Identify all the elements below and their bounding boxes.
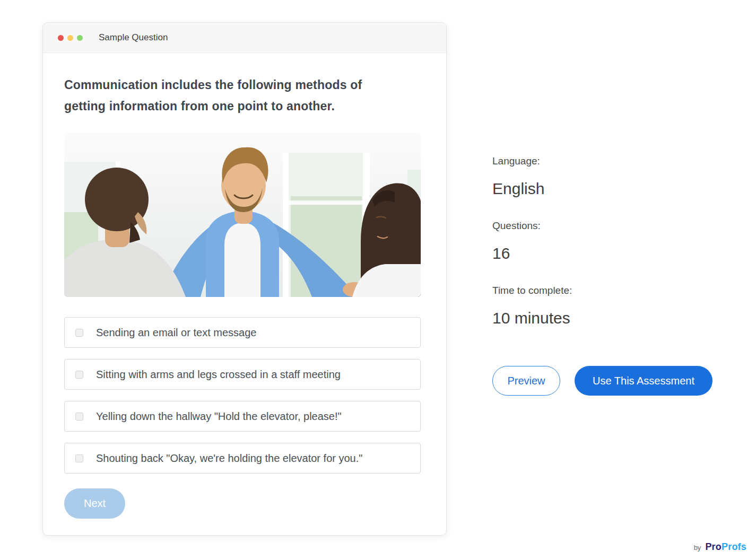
- preview-button[interactable]: Preview: [492, 366, 560, 396]
- option-label: Sending an email or text message: [96, 327, 256, 339]
- time-label: Time to complete:: [492, 285, 736, 296]
- option-checkbox[interactable]: [75, 454, 83, 462]
- proprofs-logo: ProProfs: [705, 541, 746, 553]
- question-photo: [64, 133, 421, 297]
- language-value: English: [492, 180, 736, 198]
- window-dot-yellow-icon: [67, 35, 73, 41]
- use-this-assessment-button[interactable]: Use This Assessment: [575, 366, 712, 396]
- window-titlebar: Sample Question: [43, 23, 446, 53]
- option-label: Yelling down the hallway "Hold the eleva…: [96, 410, 342, 423]
- answer-option-2[interactable]: Sitting with arms and legs crossed in a …: [64, 359, 421, 390]
- next-button[interactable]: Next: [64, 488, 125, 519]
- proprofs-logo-pro: Pro: [705, 541, 722, 552]
- answer-options: Sending an email or text message Sitting…: [64, 317, 425, 474]
- window-dot-red-icon: [58, 35, 64, 41]
- language-label: Language:: [492, 155, 736, 167]
- questions-block: Questions: 16: [492, 220, 736, 262]
- time-value: 10 minutes: [492, 309, 736, 327]
- by-label: by: [694, 544, 701, 552]
- option-checkbox[interactable]: [75, 329, 83, 337]
- proprofs-logo-profs: Profs: [722, 541, 746, 552]
- option-checkbox[interactable]: [75, 413, 83, 421]
- question-text: Communication includes the following met…: [64, 74, 393, 117]
- proprofs-brand: by ProProfs: [694, 541, 746, 553]
- window-title: Sample Question: [99, 32, 168, 43]
- question-card-body: Communication includes the following met…: [43, 53, 446, 519]
- language-block: Language: English: [492, 155, 736, 198]
- answer-option-3[interactable]: Yelling down the hallway "Hold the eleva…: [64, 401, 421, 432]
- questions-label: Questions:: [492, 220, 736, 232]
- option-checkbox[interactable]: [75, 371, 83, 379]
- questions-value: 16: [492, 244, 736, 262]
- sample-question-window: Sample Question Communication includes t…: [42, 22, 447, 536]
- option-label: Shouting back "Okay, we're holding the e…: [96, 452, 362, 465]
- option-label: Sitting with arms and legs crossed in a …: [96, 369, 341, 381]
- answer-option-4[interactable]: Shouting back "Okay, we're holding the e…: [64, 443, 421, 474]
- assessment-details: Language: English Questions: 16 Time to …: [492, 155, 736, 349]
- window-controls: [58, 35, 83, 41]
- time-block: Time to complete: 10 minutes: [492, 285, 736, 327]
- window-dot-green-icon: [77, 35, 83, 41]
- assessment-actions: Preview Use This Assessment: [492, 366, 712, 396]
- answer-option-1[interactable]: Sending an email or text message: [64, 317, 421, 348]
